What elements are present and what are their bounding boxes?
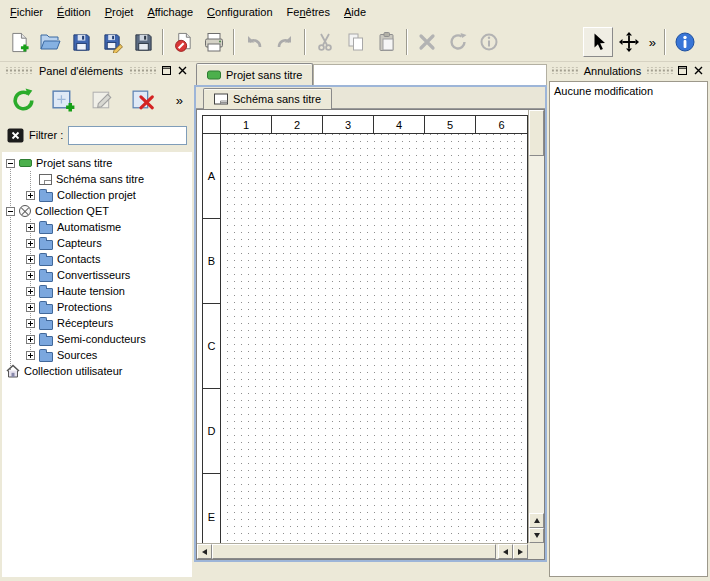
- delete-element-button[interactable]: [127, 84, 159, 116]
- save-all-button[interactable]: [128, 27, 158, 57]
- menu-projet[interactable]: Projet: [98, 3, 141, 21]
- undo-history-list[interactable]: Aucune modification: [549, 81, 708, 577]
- clear-filter-button[interactable]: [7, 128, 24, 143]
- save-as-button[interactable]: [97, 27, 127, 57]
- dock-float-button[interactable]: [160, 64, 173, 77]
- toolbar-overflow-button[interactable]: »: [645, 35, 660, 50]
- dock-float-button[interactable]: [676, 64, 689, 77]
- expand-icon[interactable]: [26, 239, 35, 248]
- horizontal-scrollbar[interactable]: [197, 543, 528, 559]
- tab-schema[interactable]: Schéma sans titre: [203, 88, 332, 109]
- copy-button[interactable]: [341, 27, 371, 57]
- collapse-icon[interactable]: [6, 159, 15, 168]
- close-file-button[interactable]: [168, 27, 198, 57]
- menu-affichage[interactable]: Affichage: [140, 3, 200, 21]
- horizontal-scrollbar-thumb[interactable]: [212, 544, 496, 559]
- expand-icon[interactable]: [26, 351, 35, 360]
- vertical-scrollbar-thumb[interactable]: [529, 110, 544, 156]
- filter-row: Filtrer :: [2, 123, 192, 147]
- tree-item-haute-tension[interactable]: Haute tension: [2, 283, 192, 299]
- diagram-view[interactable]: 1 2 3 4 5 6 A B C D E: [196, 109, 545, 560]
- expand-icon[interactable]: [26, 271, 35, 280]
- dock-close-button[interactable]: [176, 64, 189, 77]
- expand-icon[interactable]: [26, 287, 35, 296]
- redo-button[interactable]: [270, 27, 300, 57]
- clipboard-group: [310, 27, 402, 57]
- expand-icon[interactable]: [26, 191, 35, 200]
- menu-fenetres[interactable]: Fenêtres: [280, 3, 337, 21]
- menu-configuration[interactable]: Configuration: [200, 3, 279, 21]
- dock-drag-handle[interactable]: [552, 67, 578, 74]
- expand-icon[interactable]: [26, 255, 35, 264]
- tree-item-contacts[interactable]: Contacts: [2, 251, 192, 267]
- expand-icon[interactable]: [26, 303, 35, 312]
- undo-icon: [243, 31, 265, 53]
- scroll-right-button[interactable]: [513, 544, 528, 559]
- collapse-icon[interactable]: [6, 207, 15, 216]
- undo-button[interactable]: [239, 27, 269, 57]
- expand-icon[interactable]: [26, 223, 35, 232]
- tree-item-label: Automatisme: [57, 221, 121, 234]
- vertical-scrollbar[interactable]: [528, 110, 544, 543]
- tree-item-label: Capteurs: [57, 237, 102, 250]
- dock-close-button[interactable]: [692, 64, 705, 77]
- properties-button[interactable]: [474, 27, 504, 57]
- dock-drag-handle[interactable]: [5, 67, 33, 74]
- close-icon: [694, 66, 703, 75]
- scroll-up-button[interactable]: [529, 513, 544, 528]
- tree-item-convertisseurs[interactable]: Convertisseurs: [2, 267, 192, 283]
- menu-edition[interactable]: Édition: [50, 3, 98, 21]
- project-icon: [19, 159, 32, 167]
- delete-selection-button[interactable]: [412, 27, 442, 57]
- toolbar-separator: [406, 29, 408, 55]
- column-header-row: 1 2 3 4 5 6: [203, 116, 527, 134]
- new-element-button[interactable]: [47, 84, 79, 116]
- tree-item-collection-qet[interactable]: Collection QET: [2, 203, 192, 219]
- diagram-page[interactable]: 1 2 3 4 5 6 A B C D E: [202, 115, 528, 560]
- save-button[interactable]: [66, 27, 96, 57]
- tree-item-label: Haute tension: [57, 285, 125, 298]
- save-floppy-icon: [71, 32, 92, 53]
- tree-item-sources[interactable]: Sources: [2, 347, 192, 363]
- tab-project[interactable]: Projet sans titre: [196, 63, 313, 85]
- triangle-down-icon: [534, 533, 540, 538]
- folder-icon: [39, 288, 53, 298]
- print-button[interactable]: [199, 27, 229, 57]
- tree-item-schema[interactable]: Schéma sans titre: [2, 171, 192, 187]
- tree-item-recepteurs[interactable]: Récepteurs: [2, 315, 192, 331]
- scroll-down-button[interactable]: [529, 528, 544, 543]
- tree-item-project[interactable]: Projet sans titre: [2, 155, 192, 171]
- tree-item-semi-conducteurs[interactable]: Semi-conducteurs: [2, 331, 192, 347]
- tree-item-label: Contacts: [57, 253, 100, 266]
- dock-drag-handle[interactable]: [647, 67, 673, 74]
- scroll-left-button[interactable]: [197, 544, 212, 559]
- dock-drag-handle[interactable]: [129, 67, 157, 74]
- tree-item-label: Semi-conducteurs: [57, 333, 146, 346]
- expand-icon[interactable]: [26, 335, 35, 344]
- elements-tree[interactable]: Projet sans titre Schéma sans titre Coll…: [2, 152, 192, 577]
- menu-fichier[interactable]: Fichier: [3, 3, 50, 21]
- tree-item-collection-projet[interactable]: Collection projet: [2, 187, 192, 203]
- reload-collections-button[interactable]: [7, 84, 39, 116]
- move-mode-button[interactable]: [614, 27, 644, 57]
- open-file-button[interactable]: [35, 27, 65, 57]
- grid-canvas[interactable]: [221, 134, 527, 559]
- menu-aide[interactable]: Aide: [337, 3, 373, 21]
- rotate-selection-button[interactable]: [443, 27, 473, 57]
- filter-input[interactable]: [68, 126, 187, 145]
- select-mode-button[interactable]: [583, 27, 613, 57]
- cut-button[interactable]: [310, 27, 340, 57]
- tree-item-collection-utilisateur[interactable]: Collection utilisateur: [2, 363, 192, 379]
- tree-item-capteurs[interactable]: Capteurs: [2, 235, 192, 251]
- save-all-icon: [133, 32, 154, 53]
- edit-element-button[interactable]: [87, 84, 119, 116]
- tree-item-automatisme[interactable]: Automatisme: [2, 219, 192, 235]
- paste-button[interactable]: [372, 27, 402, 57]
- scroll-left-button[interactable]: [498, 544, 513, 559]
- panel-overflow-button[interactable]: »: [172, 93, 187, 108]
- about-button[interactable]: [670, 27, 700, 57]
- tree-item-protections[interactable]: Protections: [2, 299, 192, 315]
- tab-bar-empty-area: [313, 64, 547, 85]
- new-file-button[interactable]: [4, 27, 34, 57]
- expand-icon[interactable]: [26, 319, 35, 328]
